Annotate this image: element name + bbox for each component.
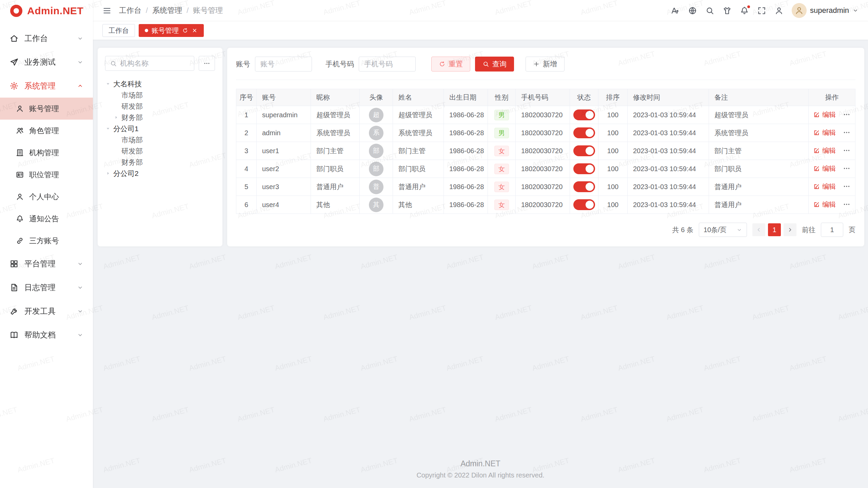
caret-down-icon[interactable] bbox=[105, 81, 111, 87]
caret-right-icon[interactable] bbox=[113, 115, 119, 120]
cell-account: superadmin bbox=[257, 106, 311, 124]
font-size-icon[interactable] bbox=[671, 6, 680, 15]
cell-status bbox=[570, 142, 598, 160]
edit-label: 编辑 bbox=[822, 128, 836, 137]
more-actions-button[interactable] bbox=[843, 164, 851, 172]
sidebar-subitem-2-3[interactable]: 职位管理 bbox=[0, 164, 93, 186]
more-actions-button[interactable] bbox=[843, 200, 851, 208]
breadcrumb-item-0[interactable]: 工作台 bbox=[119, 5, 141, 16]
cell-actions: 编辑 bbox=[809, 106, 855, 124]
sidebar-item-4[interactable]: 日志管理 bbox=[0, 276, 93, 299]
sidebar-subitem-2-6[interactable]: 三方账号 bbox=[0, 230, 93, 252]
caret-right-icon[interactable] bbox=[105, 170, 111, 176]
tree-node[interactable]: 财务部 bbox=[113, 112, 215, 123]
edit-button[interactable]: 编辑 bbox=[813, 110, 836, 119]
edit-button[interactable]: 编辑 bbox=[813, 200, 836, 209]
cell-actions: 编辑 bbox=[809, 178, 855, 196]
sidebar-subitem-2-4[interactable]: 个人中心 bbox=[0, 186, 93, 208]
fullscreen-icon[interactable] bbox=[757, 6, 766, 15]
row-avatar: 部 bbox=[369, 162, 383, 176]
chevron-down-icon bbox=[77, 261, 83, 267]
tree-node-label: 分公司1 bbox=[113, 124, 139, 134]
pager: 1 bbox=[752, 223, 796, 236]
tree-node[interactable]: 分公司2 bbox=[105, 168, 215, 179]
status-toggle[interactable] bbox=[573, 145, 595, 156]
caret-down-icon[interactable] bbox=[105, 126, 111, 131]
edit-button[interactable]: 编辑 bbox=[813, 146, 836, 155]
menu-collapse-icon[interactable] bbox=[102, 6, 112, 15]
notification-icon[interactable] bbox=[740, 6, 749, 15]
breadcrumb-item-2[interactable]: 账号管理 bbox=[193, 5, 223, 16]
column-header-3: 头像 bbox=[360, 89, 393, 106]
page-1-button[interactable]: 1 bbox=[768, 223, 781, 236]
org-search-input[interactable] bbox=[120, 59, 190, 67]
status-toggle[interactable] bbox=[573, 163, 595, 174]
tree-node-label: 大名科技 bbox=[113, 79, 142, 89]
edit-button[interactable]: 编辑 bbox=[813, 164, 836, 173]
more-actions-button[interactable] bbox=[843, 182, 851, 190]
reset-button[interactable]: 重置 bbox=[431, 57, 470, 72]
add-button[interactable]: 新增 bbox=[526, 57, 565, 72]
locale-icon[interactable] bbox=[688, 6, 697, 15]
breadcrumb-item-1[interactable]: 系统管理 bbox=[152, 5, 182, 16]
edit-button[interactable]: 编辑 bbox=[813, 182, 836, 191]
cell-account: user2 bbox=[257, 160, 311, 178]
more-actions-button[interactable] bbox=[843, 110, 851, 119]
chevron-down-icon bbox=[852, 7, 859, 14]
prev-page-button[interactable] bbox=[752, 223, 765, 236]
refresh-icon[interactable] bbox=[182, 27, 188, 34]
status-toggle[interactable] bbox=[573, 127, 595, 138]
row-avatar: 部 bbox=[369, 144, 383, 158]
more-actions-button[interactable] bbox=[843, 128, 851, 137]
more-actions-button[interactable] bbox=[843, 146, 851, 155]
next-page-button[interactable] bbox=[784, 223, 796, 236]
tree-node[interactable]: 大名科技 bbox=[105, 78, 215, 89]
logo[interactable]: Admin.NET bbox=[0, 0, 93, 22]
sidebar-item-2[interactable]: 系统管理 bbox=[0, 74, 93, 98]
status-toggle[interactable] bbox=[573, 109, 595, 120]
user-menu[interactable]: superadmin bbox=[792, 3, 859, 18]
gender-badge: 女 bbox=[494, 200, 509, 210]
status-toggle[interactable] bbox=[573, 181, 595, 192]
cell-gender: 女 bbox=[488, 196, 516, 214]
phone-input[interactable] bbox=[359, 57, 416, 72]
chevron-right-icon bbox=[787, 227, 793, 233]
tree-node[interactable]: 分公司1 bbox=[105, 123, 215, 134]
sidebar-item-6[interactable]: 帮助文档 bbox=[0, 323, 93, 347]
sidebar-subitem-2-0[interactable]: 账号管理 bbox=[0, 98, 93, 120]
edit-button[interactable]: 编辑 bbox=[813, 128, 836, 137]
sidebar-item-3[interactable]: 平台管理 bbox=[0, 252, 93, 276]
sidebar-item-0[interactable]: 工作台 bbox=[0, 26, 93, 50]
search-button[interactable]: 查询 bbox=[475, 57, 514, 72]
column-header-4: 姓名 bbox=[393, 89, 444, 106]
row-avatar: 普 bbox=[369, 180, 383, 194]
sidebar-item-5[interactable]: 开发工具 bbox=[0, 299, 93, 323]
goto-page-input[interactable] bbox=[821, 223, 843, 237]
tree-node[interactable]: 研发部 bbox=[113, 145, 215, 157]
tree-node[interactable]: 市场部 bbox=[113, 134, 215, 145]
tab-0[interactable]: 工作台 bbox=[102, 24, 135, 37]
tree-node[interactable]: 研发部 bbox=[113, 101, 215, 112]
tree-node[interactable]: 市场部 bbox=[113, 89, 215, 101]
breadcrumb-separator: / bbox=[146, 6, 148, 15]
theme-icon[interactable] bbox=[723, 6, 732, 15]
org-more-button[interactable] bbox=[199, 56, 215, 71]
page-size-select[interactable]: 10条/页 bbox=[699, 223, 747, 237]
tab-1[interactable]: 账号管理 bbox=[139, 24, 204, 37]
close-icon[interactable] bbox=[192, 27, 198, 34]
account-input[interactable] bbox=[255, 57, 312, 72]
sidebar-subitem-2-2[interactable]: 机构管理 bbox=[0, 142, 93, 164]
search-icon[interactable] bbox=[705, 6, 714, 15]
row-actions: 编辑 bbox=[813, 182, 851, 191]
cell-status bbox=[570, 196, 598, 214]
sidebar-subitem-2-5[interactable]: 通知公告 bbox=[0, 208, 93, 230]
cell-status bbox=[570, 178, 598, 196]
logo-text: Admin.NET bbox=[27, 5, 83, 17]
status-toggle[interactable] bbox=[573, 199, 595, 210]
user-icon[interactable] bbox=[774, 6, 784, 15]
sidebar-item-1[interactable]: 业务测试 bbox=[0, 50, 93, 74]
chevron-down-icon bbox=[77, 35, 83, 42]
cell-phone: 18020030720 bbox=[516, 124, 570, 142]
sidebar-subitem-2-1[interactable]: 角色管理 bbox=[0, 120, 93, 142]
tree-node[interactable]: 财务部 bbox=[113, 157, 215, 168]
